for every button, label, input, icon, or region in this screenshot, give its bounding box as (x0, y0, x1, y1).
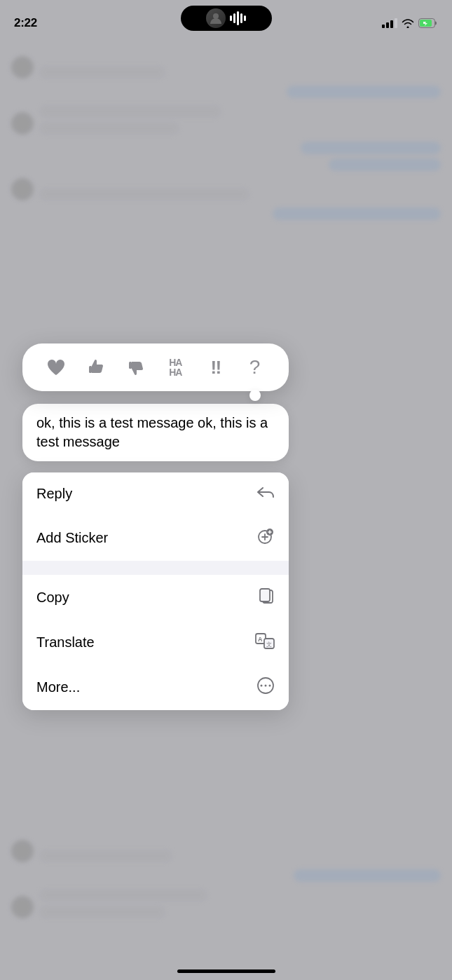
context-menu: Reply Add Sticker (22, 472, 289, 710)
svg-point-0 (213, 13, 219, 19)
svg-rect-8 (260, 589, 270, 601)
translate-menu-item[interactable]: Translate A 文 (22, 620, 289, 665)
add-sticker-icon (256, 527, 275, 549)
dynamic-island (181, 6, 272, 31)
status-bar: 2:22 (0, 0, 452, 38)
message-bubble: ok, this is a test message ok, this is a… (22, 404, 289, 461)
svg-rect-3 (89, 366, 92, 373)
more-label: More... (36, 679, 80, 695)
add-sticker-label: Add Sticker (36, 530, 108, 546)
svg-point-16 (269, 685, 271, 687)
copy-icon (258, 587, 275, 608)
reaction-picker: HAHA ‼ ? (22, 343, 289, 391)
reply-label: Reply (36, 486, 72, 502)
svg-point-15 (265, 685, 267, 687)
svg-text:文: 文 (266, 641, 272, 648)
svg-point-14 (261, 685, 263, 687)
reaction-haha-button[interactable]: HAHA (160, 352, 191, 383)
copy-menu-item[interactable]: Copy (22, 575, 289, 620)
svg-rect-4 (129, 362, 132, 369)
menu-separator (22, 568, 289, 575)
svg-text:A: A (258, 636, 263, 643)
reaction-emphasize-button[interactable]: ‼ (200, 352, 231, 383)
translate-label: Translate (36, 634, 95, 651)
home-indicator (177, 969, 275, 973)
message-text: ok, this is a test message ok, this is a… (36, 415, 268, 449)
wifi-icon (402, 18, 414, 28)
context-menu-group-2: Copy Translate A 文 (22, 575, 289, 710)
context-area: HAHA ‼ ? ok, this is a test message ok, … (17, 343, 304, 710)
reply-icon (256, 484, 275, 503)
reply-menu-item[interactable]: Reply (22, 472, 289, 515)
copy-label: Copy (36, 590, 69, 606)
add-sticker-menu-item[interactable]: Add Sticker (22, 515, 289, 561)
status-icons (382, 18, 438, 28)
reaction-question-button[interactable]: ? (240, 352, 270, 383)
dynamic-island-avatar (206, 8, 226, 28)
dynamic-island-waveform (230, 11, 246, 25)
reaction-thumbsup-button[interactable] (81, 352, 111, 383)
status-time: 2:22 (14, 16, 37, 30)
reaction-heart-button[interactable] (41, 352, 71, 383)
context-menu-group-1: Reply Add Sticker (22, 472, 289, 561)
reaction-thumbsdown-button[interactable] (121, 352, 151, 383)
translate-icon: A 文 (255, 632, 275, 653)
more-menu-item[interactable]: More... (22, 665, 289, 710)
battery-icon (418, 18, 438, 28)
signal-bars-icon (382, 18, 397, 28)
more-icon (256, 676, 275, 698)
